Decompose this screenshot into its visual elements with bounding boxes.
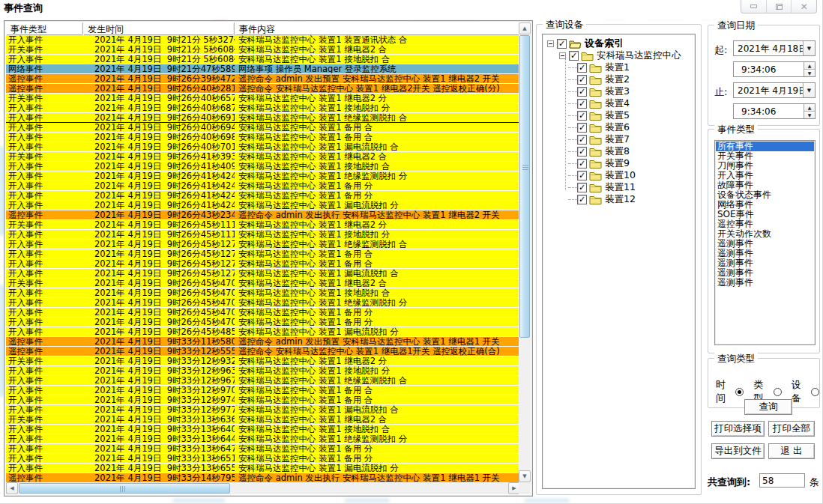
radio-button[interactable]	[811, 388, 819, 396]
tree-node-label[interactable]: 装置5	[605, 109, 630, 122]
table-row[interactable]: 开入事件2021年 4月19日 9时33分13秒647毫秒安科瑞马达监控中心 装…	[6, 444, 520, 454]
table-row[interactable]: 遥控事件2021年 4月19日 9时26分40秒281毫秒遥控命令 安科瑞马达监…	[6, 84, 520, 94]
tree-node-label[interactable]: 装置10	[605, 169, 636, 182]
tree-node-label[interactable]: 设备索引	[585, 37, 624, 50]
table-row[interactable]: 开入事件2021年 4月19日 9时33分12秒963毫秒安科瑞马达监控中心 装…	[6, 366, 520, 376]
table-row[interactable]: 开入事件2021年 4月19日 9时26分45秒485毫秒安科瑞马达监控中心 装…	[6, 327, 520, 337]
tree-checkbox[interactable]: ✓	[577, 195, 587, 204]
table-row[interactable]: 开入事件2021年 4月19日 9时26分40秒701毫秒安科瑞马达监控中心 装…	[6, 142, 520, 152]
tree-checkbox[interactable]: ✓	[577, 183, 587, 192]
spin-down-icon[interactable]: ▼	[804, 70, 815, 76]
tree-checkbox[interactable]: ✓	[577, 63, 587, 73]
tree-checkbox[interactable]: ✓	[557, 39, 567, 49]
spin-up-icon[interactable]: ▲	[804, 104, 815, 112]
column-header-3[interactable]: 事件内容	[235, 22, 531, 35]
maximize-button[interactable]	[767, 0, 792, 13]
query-button[interactable]: 查询	[744, 399, 792, 415]
radio-button[interactable]	[735, 388, 744, 396]
query-type-option-3[interactable]: 设备	[792, 378, 819, 405]
table-row[interactable]: 开入事件2021年 4月19日 9时26分45秒470毫秒安科瑞马达监控中心 装…	[6, 308, 520, 318]
table-row[interactable]: 开入事件2021年 4月19日 9时26分45秒470毫秒安科瑞马达监控中心 装…	[6, 318, 520, 327]
tree-node-label[interactable]: 装置7	[605, 133, 630, 146]
spin-down-icon[interactable]: ▼	[804, 112, 815, 118]
tree-expander-icon[interactable]	[547, 40, 554, 47]
scroll-up-button[interactable]: ▲	[519, 22, 531, 34]
tree-checkbox[interactable]: ✓	[577, 111, 587, 121]
end-date-select[interactable]: 2021年 4月19日 ▼	[733, 82, 816, 98]
tree-checkbox[interactable]: ✓	[577, 123, 587, 133]
table-row[interactable]: 开关事件2021年 4月19日 9时26分41秒393毫秒安科瑞马达监控中心 装…	[6, 152, 520, 162]
table-row[interactable]: 开入事件2021年 4月19日 9时26分45秒127毫秒安科瑞马达监控中心 装…	[6, 249, 520, 259]
tree-node-label[interactable]: 装置3	[605, 85, 630, 98]
result-count-field[interactable]: 58	[759, 473, 805, 488]
table-row[interactable]: 网络事件2021年 4月19日 9时21分47秒589毫秒网络事项 操作员 Ma…	[6, 64, 520, 74]
table-row[interactable]: 开入事件2021年 4月19日 9时33分12秒967毫秒安科瑞马达监控中心 装…	[6, 376, 520, 386]
table-row[interactable]: 开入事件2021年 4月19日 9时33分13秒651毫秒安科瑞马达监控中心 装…	[6, 454, 520, 464]
minimize-button[interactable]	[741, 0, 767, 13]
print-all-button[interactable]: 打印全部	[768, 421, 815, 437]
tree-node-label[interactable]: 装置12	[605, 193, 636, 206]
column-header-2[interactable]: 发生时间	[83, 22, 235, 35]
tree-node-label[interactable]: 装置11	[605, 181, 636, 194]
table-row[interactable]: 开入事件2021年 4月19日 9时26分45秒111毫秒安科瑞马达监控中心 装…	[6, 230, 520, 240]
table-row[interactable]: 遥控事件2021年 4月19日 9时33分11秒580毫秒遥控命令 admin …	[6, 337, 520, 347]
table-row[interactable]: 开入事件2021年 4月19日 9时26分40秒687毫秒安科瑞马达监控中心 装…	[6, 103, 520, 113]
tree-node-label[interactable]: 装置1	[605, 61, 630, 74]
table-row[interactable]: 开关事件2021年 4月19日 9时33分13秒636毫秒安科瑞马达监控中心 装…	[6, 415, 520, 425]
vertical-scrollbar-thumb[interactable]	[519, 35, 530, 338]
tree-checkbox[interactable]: ✓	[577, 147, 587, 157]
table-row[interactable]: 开入事件2021年 4月19日 9时26分40秒698毫秒安科瑞马达监控中心 装…	[6, 133, 520, 142]
print-selected-button[interactable]: 打印选择项	[711, 421, 765, 437]
table-row[interactable]: 开入事件2021年 4月19日 9时26分45秒470毫秒安科瑞马达监控中心 装…	[6, 298, 520, 308]
start-time-input[interactable]: 9:34:06 ▲▼	[733, 61, 816, 77]
table-row[interactable]: 开入事件2021年 4月19日 9时26分45秒470毫秒安科瑞马达监控中心 装…	[6, 288, 520, 298]
tree-checkbox[interactable]: ✓	[577, 75, 587, 85]
export-to-file-button[interactable]: 导出到文件	[711, 443, 765, 459]
horizontal-scrollbar[interactable]: ◀ ▶	[6, 482, 520, 494]
end-time-input[interactable]: 9:34:06 ▲▼	[733, 103, 816, 119]
table-row[interactable]: 开入事件2021年 4月19日 9时33分13秒655毫秒安科瑞马达监控中心 装…	[6, 464, 520, 473]
radio-button[interactable]	[774, 388, 782, 396]
table-row[interactable]: 开入事件2021年 4月19日 9时33分13秒640毫秒安科瑞马达监控中心 装…	[6, 425, 520, 434]
event-type-option[interactable]: 遥测事件	[716, 278, 814, 288]
table-row[interactable]: 开入事件2021年 4月19日 9时26分45秒127毫秒安科瑞马达监控中心 装…	[6, 269, 520, 279]
table-row[interactable]: 开入事件2021年 4月19日 9时33分12秒974毫秒安科瑞马达监控中心 装…	[6, 395, 520, 405]
table-row[interactable]: 开入事件2021年 4月19日 9时33分12秒970毫秒安科瑞马达监控中心 装…	[6, 386, 520, 395]
tree-checkbox[interactable]: ✓	[577, 99, 587, 109]
tree-node-label[interactable]: 装置9	[605, 157, 630, 170]
tree-checkbox[interactable]: ✓	[577, 135, 587, 145]
table-row[interactable]: 开入事件2021年 4月19日 9时26分41秒424毫秒安科瑞马达监控中心 装…	[6, 171, 520, 181]
table-row[interactable]: 开入事件2021年 4月19日 9时33分13秒644毫秒安科瑞马达监控中心 装…	[6, 434, 520, 444]
table-row[interactable]: 遥控事件2021年 4月19日 9时33分14秒795毫秒遥控命令 admin …	[6, 473, 520, 482]
table-row[interactable]: 开入事件2021年 4月19日 9时21分 5秒608毫秒安科瑞马达监控中心 装…	[6, 55, 520, 64]
scroll-left-button[interactable]: ◀	[6, 482, 18, 494]
tree-node-label[interactable]: 安科瑞马达监控中心	[597, 49, 681, 62]
tree-node-label[interactable]: 装置8	[605, 145, 630, 158]
table-row[interactable]: 开关事件2021年 4月19日 9时21分 5秒608毫秒安科瑞马达监控中心 装…	[6, 45, 520, 55]
tree-checkbox[interactable]: ✓	[577, 171, 587, 180]
start-date-select[interactable]: 2021年 4月18日 ▼	[733, 40, 816, 56]
table-row[interactable]: 开入事件2021年 4月19日 9时21分 5秒327毫秒安科瑞马达监控中心 装…	[6, 35, 520, 45]
table-row[interactable]: 开入事件2021年 4月19日 9时26分41秒424毫秒安科瑞马达监控中心 装…	[6, 191, 520, 201]
tree-node-label[interactable]: 装置2	[605, 73, 630, 86]
table-row[interactable]: 开入事件2021年 4月19日 9时26分40秒691毫秒安科瑞马达监控中心 装…	[6, 113, 520, 123]
tree-node-label[interactable]: 装置4	[605, 97, 630, 110]
close-button[interactable]: ✕	[792, 0, 816, 13]
tree-checkbox[interactable]: ✓	[569, 51, 579, 61]
scroll-down-button[interactable]: ▼	[519, 470, 531, 482]
chevron-down-icon[interactable]: ▼	[803, 41, 815, 55]
table-row[interactable]: 开入事件2021年 4月19日 9时26分41秒424毫秒安科瑞马达监控中心 装…	[6, 201, 520, 210]
spin-up-icon[interactable]: ▲	[804, 62, 815, 70]
tree-checkbox[interactable]: ✓	[577, 87, 587, 97]
table-row[interactable]: 遥控事件2021年 4月19日 9时26分43秒234毫秒遥控命令 admin …	[6, 210, 520, 220]
vertical-scrollbar[interactable]: ▲ ▼	[519, 22, 531, 482]
table-row[interactable]: 开关事件2021年 4月19日 9时26分45秒470毫秒安科瑞马达监控中心 装…	[6, 279, 520, 288]
query-type-option-1[interactable]: 时间	[716, 378, 744, 405]
table-row[interactable]: 开入事件2021年 4月19日 9时26分45秒127毫秒安科瑞马达监控中心 装…	[6, 259, 520, 269]
table-row[interactable]: 开入事件2021年 4月19日 9时26分45秒127毫秒安科瑞马达监控中心 装…	[6, 240, 520, 249]
exit-button[interactable]: 退 出	[768, 443, 815, 459]
chevron-down-icon[interactable]: ▼	[803, 83, 815, 97]
table-row[interactable]: 开关事件2021年 4月19日 9时33分12秒932毫秒安科瑞马达监控中心 装…	[6, 356, 520, 366]
table-row[interactable]: 开关事件2021年 4月19日 9时26分40秒657毫秒安科瑞马达监控中心 装…	[6, 94, 520, 103]
tree-checkbox[interactable]: ✓	[577, 159, 587, 168]
